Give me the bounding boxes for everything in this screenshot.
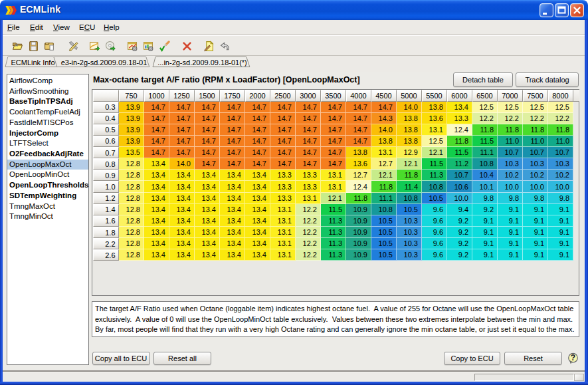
svg-text:?: ? xyxy=(571,353,575,362)
